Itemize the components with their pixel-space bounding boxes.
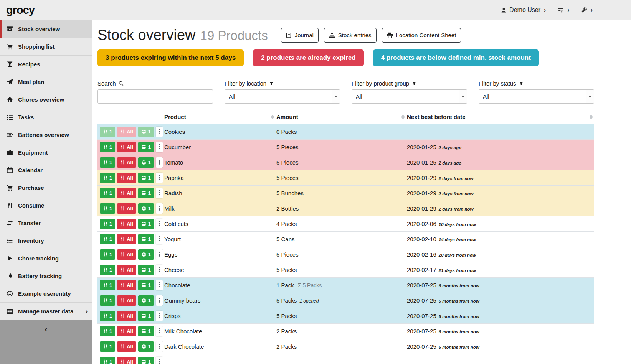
column-next-best-before-date[interactable]: Next best before date bbox=[406, 111, 594, 124]
sidebar-item-purchase[interactable]: Purchase bbox=[0, 179, 92, 196]
sidebar-item-recipes[interactable]: Recipes bbox=[0, 55, 92, 73]
consume-one-button[interactable]: 1 bbox=[100, 326, 115, 336]
app-logo[interactable]: grocy bbox=[6, 4, 35, 16]
below-min-stock-alert[interactable]: 4 products are below defined min. stock … bbox=[373, 49, 539, 66]
product-group-filter-select[interactable]: All bbox=[352, 89, 467, 104]
status-filter-select[interactable]: All bbox=[479, 89, 594, 104]
sidebar-item-battery-tracking[interactable]: Battery tracking bbox=[0, 267, 92, 285]
consume-all-button[interactable]: All bbox=[117, 157, 136, 168]
sidebar-item-stock-overview[interactable]: Stock overview bbox=[0, 20, 92, 38]
sidebar-collapse-button[interactable]: ‹ bbox=[0, 320, 92, 364]
consume-all-button[interactable]: All bbox=[117, 127, 136, 137]
consume-all-button[interactable]: All bbox=[117, 188, 136, 198]
sidebar-item-consume[interactable]: Consume bbox=[0, 196, 92, 214]
consume-one-button[interactable]: 1 bbox=[100, 311, 115, 321]
stock-entries-button[interactable]: Stock entries bbox=[324, 28, 377, 43]
open-one-button[interactable]: 1 bbox=[138, 249, 154, 260]
open-one-button[interactable]: 1 bbox=[138, 295, 154, 306]
consume-all-button[interactable]: All bbox=[117, 295, 136, 306]
consume-all-button[interactable]: All bbox=[117, 311, 136, 321]
row-menu-button[interactable]: ⋮ bbox=[156, 142, 163, 152]
consume-all-button[interactable]: All bbox=[117, 341, 136, 352]
sidebar-item-chores-overview[interactable]: Chores overview bbox=[0, 91, 92, 108]
row-menu-button[interactable]: ⋮ bbox=[156, 357, 163, 364]
expiring-soon-alert[interactable]: 3 products expiring within the next 5 da… bbox=[97, 49, 244, 66]
row-menu-button[interactable]: ⋮ bbox=[156, 311, 163, 321]
row-menu-button[interactable]: ⋮ bbox=[156, 249, 163, 260]
sidebar-item-equipment[interactable]: Equipment bbox=[0, 143, 92, 161]
consume-one-button[interactable]: 1 bbox=[100, 142, 115, 152]
row-menu-button[interactable]: ⋮ bbox=[156, 234, 163, 244]
consume-one-button[interactable]: 1 bbox=[100, 234, 115, 244]
open-one-button[interactable]: 1 bbox=[138, 142, 154, 152]
row-menu-button[interactable]: ⋮ bbox=[156, 203, 163, 214]
sidebar-item-transfer[interactable]: Transfer bbox=[0, 214, 92, 232]
consume-one-button[interactable]: 1 bbox=[100, 249, 115, 260]
admin-menu[interactable]: › bbox=[581, 7, 593, 13]
journal-button[interactable]: Journal bbox=[281, 28, 319, 43]
column-product[interactable]: Product bbox=[164, 111, 276, 124]
consume-one-button[interactable]: 1 bbox=[100, 295, 115, 306]
consume-all-button[interactable]: All bbox=[117, 280, 136, 290]
consume-one-button[interactable]: 1 bbox=[100, 127, 115, 137]
open-one-button[interactable]: 1 bbox=[138, 203, 154, 214]
consume-one-button[interactable]: 1 bbox=[100, 219, 115, 229]
sidebar-item-chore-tracking[interactable]: Chore tracking bbox=[0, 249, 92, 267]
sidebar-item-inventory[interactable]: Inventory bbox=[0, 232, 92, 249]
open-one-button[interactable]: 1 bbox=[138, 265, 154, 275]
sort-icon[interactable] bbox=[590, 115, 593, 119]
row-menu-button[interactable]: ⋮ bbox=[156, 265, 163, 275]
sidebar-item-manage-master-data[interactable]: Manage master data › bbox=[0, 302, 92, 320]
sidebar-item-calendar[interactable]: Calendar bbox=[0, 161, 92, 179]
row-menu-button[interactable]: ⋮ bbox=[156, 326, 163, 336]
open-one-button[interactable]: 1 bbox=[138, 173, 154, 183]
open-one-button[interactable]: 1 bbox=[138, 280, 154, 290]
sort-icon[interactable] bbox=[271, 115, 274, 119]
consume-one-button[interactable]: 1 bbox=[100, 341, 115, 352]
consume-all-button[interactable]: All bbox=[117, 142, 136, 152]
open-one-button[interactable]: 1 bbox=[138, 219, 154, 229]
consume-all-button[interactable]: All bbox=[117, 234, 136, 244]
open-one-button[interactable]: 1 bbox=[138, 326, 154, 336]
consume-one-button[interactable]: 1 bbox=[100, 357, 115, 364]
row-menu-button[interactable]: ⋮ bbox=[156, 173, 163, 183]
row-menu-button[interactable]: ⋮ bbox=[156, 341, 163, 352]
consume-one-button[interactable]: 1 bbox=[100, 280, 115, 290]
sidebar-item-tasks[interactable]: Tasks bbox=[0, 108, 92, 126]
consume-all-button[interactable]: All bbox=[117, 265, 136, 275]
consume-one-button[interactable]: 1 bbox=[100, 203, 115, 214]
location-content-sheet-button[interactable]: Location Content Sheet bbox=[382, 28, 461, 43]
row-menu-button[interactable]: ⋮ bbox=[156, 219, 163, 229]
open-one-button[interactable]: 1 bbox=[138, 188, 154, 198]
consume-all-button[interactable]: All bbox=[117, 326, 136, 336]
row-menu-button[interactable]: ⋮ bbox=[156, 157, 163, 168]
open-one-button[interactable]: 1 bbox=[138, 127, 154, 137]
sidebar-item-example-userentity[interactable]: Example userentity bbox=[0, 285, 92, 302]
sort-icon[interactable] bbox=[401, 115, 405, 119]
consume-all-button[interactable]: All bbox=[117, 249, 136, 260]
settings-menu[interactable]: › bbox=[557, 7, 569, 13]
consume-one-button[interactable]: 1 bbox=[100, 173, 115, 183]
consume-all-button[interactable]: All bbox=[117, 173, 136, 183]
consume-one-button[interactable]: 1 bbox=[100, 157, 115, 168]
open-one-button[interactable]: 1 bbox=[138, 311, 154, 321]
row-menu-button[interactable]: ⋮ bbox=[156, 127, 163, 137]
open-one-button[interactable]: 1 bbox=[138, 234, 154, 244]
consume-one-button[interactable]: 1 bbox=[100, 265, 115, 275]
column-amount[interactable]: Amount bbox=[276, 111, 406, 124]
consume-all-button[interactable]: All bbox=[117, 357, 136, 364]
search-input[interactable] bbox=[97, 89, 213, 104]
consume-all-button[interactable]: All bbox=[117, 219, 136, 229]
expired-alert[interactable]: 2 products are already expired bbox=[253, 49, 364, 66]
consume-one-button[interactable]: 1 bbox=[100, 188, 115, 198]
sidebar-item-meal-plan[interactable]: Meal plan bbox=[0, 73, 92, 91]
user-menu[interactable]: Demo User › bbox=[501, 7, 546, 13]
sidebar-item-batteries-overview[interactable]: Batteries overview bbox=[0, 126, 92, 143]
row-menu-button[interactable]: ⋮ bbox=[156, 188, 163, 198]
sidebar-item-shopping-list[interactable]: Shopping list bbox=[0, 38, 92, 55]
open-one-button[interactable]: 1 bbox=[138, 341, 154, 352]
open-one-button[interactable]: 1 bbox=[138, 357, 154, 364]
row-menu-button[interactable]: ⋮ bbox=[156, 280, 163, 290]
location-filter-select[interactable]: All bbox=[225, 89, 340, 104]
open-one-button[interactable]: 1 bbox=[138, 157, 154, 168]
